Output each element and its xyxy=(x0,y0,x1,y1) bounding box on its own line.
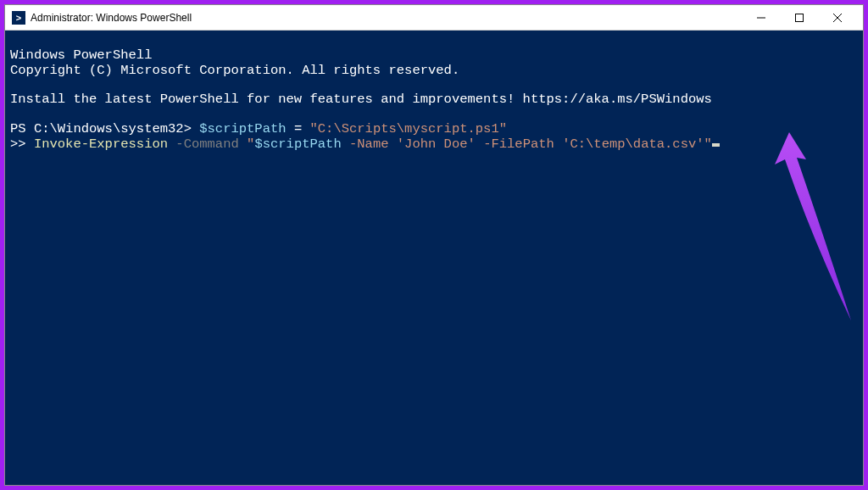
operator-token: = xyxy=(287,121,310,136)
powershell-icon xyxy=(12,11,25,25)
cmdlet-token: Invoke-Expression xyxy=(34,136,168,152)
terminal-line: Windows PowerShell xyxy=(10,47,152,63)
prompt-text: PS C:\Windows\system32> xyxy=(10,121,199,136)
maximize-icon xyxy=(795,14,804,22)
minimize-icon xyxy=(757,14,765,22)
titlebar[interactable]: Administrator: Windows PowerShell xyxy=(5,5,863,31)
string-token: "C:\Scripts\myscript.ps1" xyxy=(309,121,507,136)
string-token: -Name 'John Doe' -FilePath 'C:\temp\data… xyxy=(342,136,712,152)
window-controls xyxy=(742,5,856,31)
string-token: " xyxy=(247,136,254,152)
maximize-button[interactable] xyxy=(780,5,818,31)
terminal-blank-line xyxy=(10,107,18,122)
terminal-area[interactable]: Windows PowerShell Copyright (C) Microso… xyxy=(5,31,863,485)
close-button[interactable] xyxy=(818,5,856,31)
annotation-arrow-icon xyxy=(760,132,861,327)
window-title: Administrator: Windows PowerShell xyxy=(31,12,192,24)
minimize-button[interactable] xyxy=(742,5,780,31)
terminal-command-line-1: PS C:\Windows\system32> $scriptPath = "C… xyxy=(10,121,507,136)
variable-token: $scriptPath xyxy=(254,136,341,152)
powershell-window: Administrator: Windows PowerShell Window… xyxy=(4,4,864,486)
cursor xyxy=(712,143,720,147)
continuation-prompt: >> xyxy=(10,136,34,152)
terminal-blank-line xyxy=(10,77,18,92)
terminal-line: Copyright (C) Microsoft Corporation. All… xyxy=(10,63,459,78)
svg-rect-1 xyxy=(795,14,803,21)
terminal-line: Install the latest PowerShell for new fe… xyxy=(10,92,712,107)
parameter-token: -Command xyxy=(168,136,247,152)
terminal-command-line-2: >> Invoke-Expression -Command "$scriptPa… xyxy=(10,136,720,152)
variable-token: $scriptPath xyxy=(199,121,286,136)
close-icon xyxy=(833,14,842,22)
